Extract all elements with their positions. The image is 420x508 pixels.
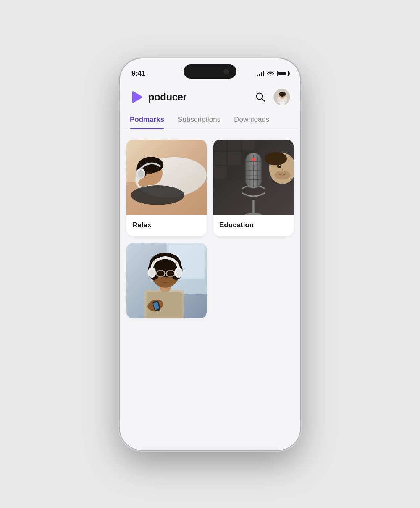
tabs: Podmarks Subscriptions Downloads: [120, 111, 300, 129]
svg-point-5: [279, 92, 286, 97]
dynamic-island: [184, 64, 236, 79]
card-education[interactable]: Education: [213, 140, 294, 236]
tab-subscriptions[interactable]: Subscriptions: [178, 111, 220, 129]
header: poducer: [120, 82, 300, 111]
avatar[interactable]: [273, 89, 290, 105]
signal-icon: [257, 71, 264, 76]
card-podcast[interactable]: [126, 243, 207, 318]
svg-rect-24: [213, 151, 227, 165]
svg-point-16: [138, 169, 144, 177]
logo-container: poducer: [130, 89, 186, 105]
svg-point-61: [163, 276, 168, 279]
cards-grid: Relax: [120, 136, 300, 322]
svg-point-59: [159, 271, 162, 275]
card-podcast-image: [126, 243, 207, 318]
svg-point-10: [131, 185, 184, 205]
app-content: poducer: [120, 82, 300, 450]
card-relax-image: [126, 140, 207, 215]
svg-rect-25: [228, 151, 241, 165]
avatar-image: [274, 89, 290, 105]
card-relax-label: Relax: [126, 215, 207, 236]
tab-downloads[interactable]: Downloads: [234, 111, 269, 129]
search-button[interactable]: [254, 91, 267, 103]
card-education-label: Education: [213, 215, 294, 236]
card-education-image: [213, 140, 294, 215]
status-icons: [257, 71, 289, 76]
svg-rect-22: [228, 140, 241, 150]
svg-point-65: [176, 269, 181, 276]
search-icon: [255, 92, 266, 103]
svg-point-63: [149, 269, 155, 276]
card-relax[interactable]: Relax: [126, 140, 207, 236]
camera-dot: [224, 69, 229, 74]
status-time: 9:41: [131, 69, 145, 78]
header-actions: [254, 89, 290, 105]
svg-point-60: [169, 271, 172, 275]
svg-rect-27: [252, 200, 254, 215]
svg-rect-6: [280, 102, 285, 105]
svg-line-1: [262, 98, 265, 101]
phone-frame: 9:41: [120, 58, 300, 450]
svg-rect-23: [242, 140, 255, 150]
wifi-icon: [267, 71, 274, 76]
logo-icon: [130, 89, 145, 105]
svg-rect-26: [213, 166, 227, 179]
logo-text: poducer: [148, 91, 186, 103]
battery-icon: [277, 71, 289, 76]
svg-point-38: [252, 158, 255, 161]
svg-rect-21: [213, 140, 227, 150]
svg-point-40: [265, 152, 287, 165]
tab-podmarks[interactable]: Podmarks: [130, 111, 164, 129]
svg-point-43: [279, 165, 281, 166]
